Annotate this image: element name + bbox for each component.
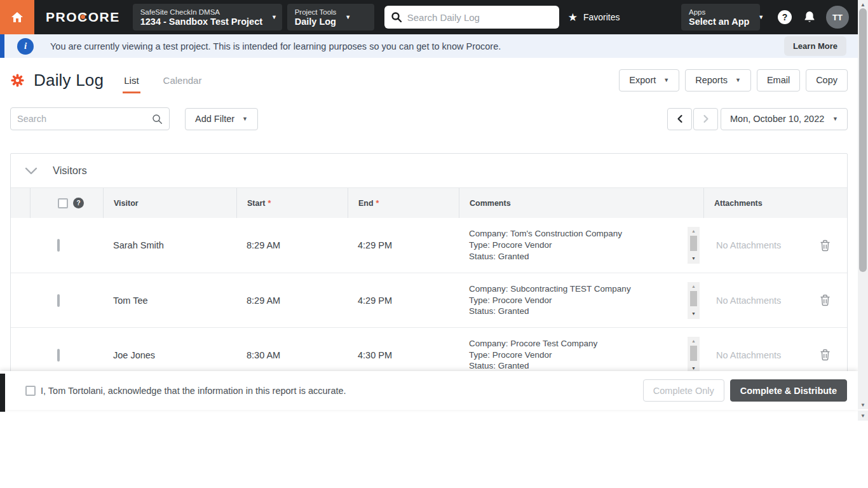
add-filter-button[interactable]: Add Filter ▼ [185, 108, 258, 130]
comments-scrollbar[interactable]: ▲ ▼ [688, 227, 700, 264]
footer-actions: Complete Only Complete & Distribute [643, 379, 847, 402]
scroll-up-arrow-icon[interactable]: ▲ [691, 228, 696, 234]
attachments-text: No Attachments [716, 240, 781, 250]
scrollbar-thumb[interactable] [690, 346, 697, 361]
acknowledgment-row: I, Tom Tortolani, acknowledge that the i… [25, 386, 346, 396]
end-time-cell: 4:30 PM [348, 350, 459, 360]
global-search [384, 6, 559, 29]
comments-text: Company: Subcontracting TEST CompanyType… [469, 283, 631, 317]
previous-day-button[interactable] [667, 108, 692, 130]
chevron-down-icon: ▼ [345, 14, 351, 20]
side-panel-tab[interactable] [0, 374, 5, 412]
home-button[interactable] [0, 0, 34, 34]
notifications-bell-icon[interactable] [803, 10, 816, 24]
scroll-up-arrow-icon[interactable]: ▲ [858, 0, 868, 9]
scrollbar-thumb[interactable] [690, 291, 697, 306]
chevron-down-icon: ▼ [271, 14, 277, 20]
table-search-input[interactable] [17, 114, 152, 124]
comments-scrollbar[interactable]: ▲ ▼ [688, 282, 700, 319]
filter-row: Add Filter ▼ Mon, October 10, 2022 ▼ [10, 107, 848, 130]
column-header-start: Start* [236, 188, 348, 218]
chevron-down-icon: ▼ [758, 14, 764, 20]
start-time-cell: 8:29 AM [236, 295, 348, 306]
complete-only-button[interactable]: Complete Only [643, 379, 724, 402]
delete-trash-icon[interactable] [820, 240, 831, 252]
scrollbar-thumb[interactable] [859, 8, 867, 272]
scroll-down-arrow-icon[interactable]: ▼ [858, 400, 868, 409]
logo-c-with-dot: C [78, 10, 88, 25]
visitors-section-header: Visitors [11, 154, 847, 187]
comments-cell: Company: Tom's Construction CompanyType:… [459, 227, 703, 264]
help-icon[interactable]: ? [778, 10, 792, 24]
reports-button[interactable]: Reports ▼ [685, 69, 751, 92]
copy-button[interactable]: Copy [806, 69, 848, 92]
tab-calendar[interactable]: Calendar [162, 75, 203, 93]
delete-trash-icon[interactable] [820, 349, 831, 361]
column-help-icon[interactable]: ? [73, 198, 84, 208]
daily-log-tool-icon [10, 73, 25, 88]
row-checkbox[interactable] [57, 349, 60, 362]
scrollbar-thumb[interactable] [690, 236, 697, 251]
page-title: Daily Log [34, 71, 104, 90]
chevron-down-icon: ▼ [832, 116, 838, 122]
banner-message: You are currently viewing a test project… [50, 41, 501, 51]
favorites-button[interactable]: ★ Favorites [568, 11, 620, 24]
delete-trash-icon[interactable] [820, 294, 831, 306]
column-label: Visitor [114, 199, 139, 208]
scroll-down-arrow-icon[interactable]: ▼ [691, 365, 696, 372]
page-toolbar: Daily Log List Calendar Export ▼ Reports… [10, 67, 848, 93]
section-title: Visitors [53, 165, 87, 177]
user-avatar[interactable]: TT [826, 6, 849, 29]
table-header-row: ? Visitor Start* End* Comments Attachmen… [11, 187, 847, 218]
collapse-chevron-icon[interactable] [25, 167, 37, 175]
column-header-comments: Comments [459, 188, 703, 218]
comments-cell: Company: Subcontracting TEST CompanyType… [459, 282, 703, 319]
next-day-button[interactable] [693, 108, 718, 130]
column-header-visitor: Visitor [103, 188, 236, 218]
required-marker: * [376, 199, 379, 208]
global-search-input[interactable] [407, 12, 553, 23]
project-selector[interactable]: SafeSite CheckIn DMSA 1234 - Sandbox Tes… [133, 4, 282, 30]
scroll-down-arrow-icon[interactable]: ▼ [691, 255, 696, 262]
help-glyph: ? [76, 200, 80, 207]
end-time-cell: 4:29 PM [348, 295, 459, 306]
tab-list[interactable]: List [123, 75, 140, 93]
search-icon [152, 114, 163, 125]
date-picker-dropdown[interactable]: Mon, October 10, 2022 ▼ [721, 108, 848, 130]
apps-selector[interactable]: Apps Select an App ▼ [681, 4, 760, 30]
start-time-cell: 8:30 AM [236, 350, 348, 360]
attachments-cell: No Attachments [703, 294, 847, 306]
row-checkbox[interactable] [57, 239, 60, 252]
scroll-up-arrow-icon[interactable]: ▲ [691, 338, 696, 344]
project-tools-selector[interactable]: Project Tools Daily Log ▼ [287, 4, 374, 30]
tools-label: Project Tools [295, 8, 337, 17]
acknowledgment-label: I, Tom Tortolani, acknowledge that the i… [41, 386, 346, 396]
table-search [10, 107, 170, 130]
select-all-checkbox[interactable] [58, 198, 68, 208]
scroll-down-arrow-icon[interactable]: ▼ [691, 311, 696, 317]
start-time-cell: 8:29 AM [236, 240, 348, 250]
scroll-up-arrow-icon[interactable]: ▲ [691, 283, 696, 290]
comments-scrollbar[interactable]: ▲ ▼ [688, 337, 700, 374]
home-icon [10, 10, 25, 25]
table-row: Tom Tee 8:29 AM 4:29 PM Company: Subcont… [11, 273, 847, 327]
scroll-down-arrow-icon[interactable]: ▼ [858, 410, 868, 421]
export-button[interactable]: Export ▼ [619, 69, 679, 92]
learn-more-button[interactable]: Learn More [784, 36, 846, 56]
row-checkbox[interactable] [57, 294, 60, 307]
procore-logo[interactable]: PROCORE [34, 10, 133, 25]
complete-distribute-button[interactable]: Complete & Distribute [730, 379, 847, 402]
column-label: Start [247, 199, 265, 208]
attachments-cell: No Attachments [703, 349, 847, 361]
email-button[interactable]: Email [757, 69, 800, 92]
page-scrollbar[interactable]: ▲ ▼ [858, 0, 868, 409]
info-icon: i [17, 38, 34, 55]
top-navigation-bar: PROCORE SafeSite CheckIn DMSA 1234 - San… [0, 0, 858, 34]
favorites-label: Favorites [583, 12, 620, 22]
column-header-end: End* [348, 188, 459, 218]
selected-app: Select an App [689, 17, 749, 27]
end-time-cell: 4:29 PM [348, 240, 459, 250]
selected-date: Mon, October 10, 2022 [730, 114, 824, 124]
acknowledgment-checkbox[interactable] [25, 386, 36, 396]
chevron-down-icon: ▼ [242, 116, 248, 122]
